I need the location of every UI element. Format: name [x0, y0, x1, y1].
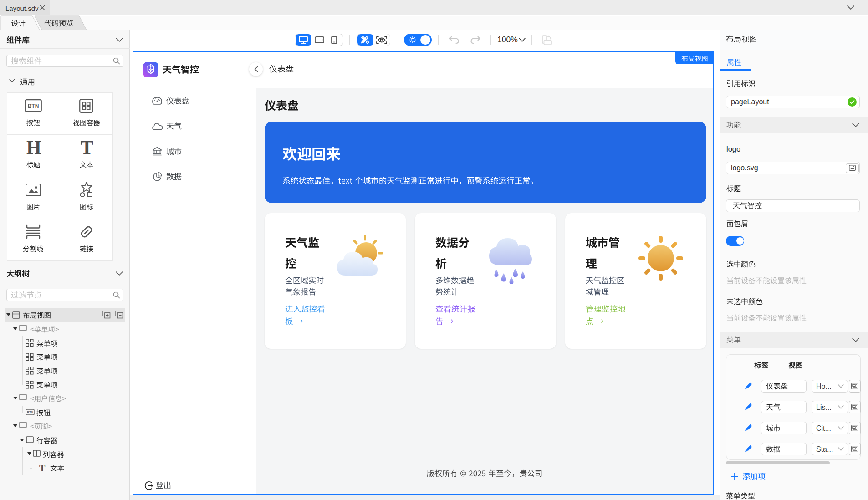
- svg-text:BTN: BTN: [28, 103, 39, 109]
- svg-text:BTN: BTN: [27, 411, 33, 414]
